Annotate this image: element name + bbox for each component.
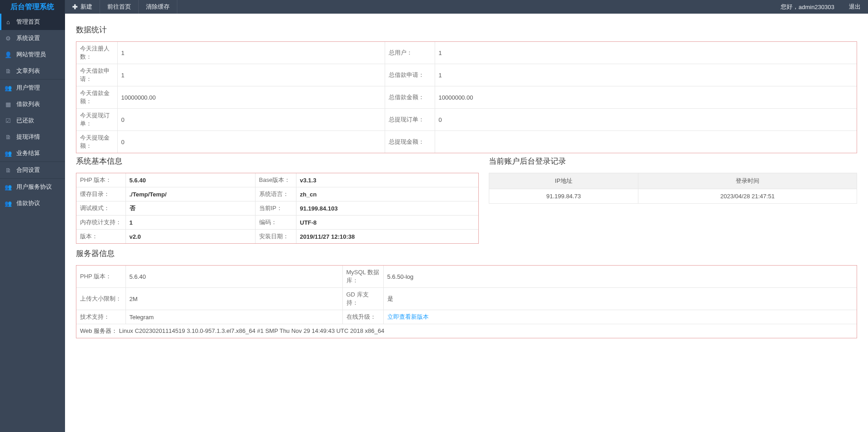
table-row: PHP 版本：5.6.40Base版本：v3.1.3 xyxy=(76,173,478,187)
value-cell: 是 xyxy=(383,288,857,310)
settle-icon: 👥 xyxy=(5,150,12,157)
system-info-title: 系统基本信息 xyxy=(76,156,479,166)
value-cell: 0 xyxy=(435,109,857,131)
login-log-table: IP地址登录时间91.199.84.732023/04/28 21:47:51 xyxy=(489,173,857,204)
table-row: 技术支持：Telegram在线升级：立即查看新版本 xyxy=(76,310,857,324)
label-cell: GD 库支持： xyxy=(342,288,383,310)
value-cell[interactable]: 立即查看新版本 xyxy=(383,310,857,324)
document-icon: 🗎 xyxy=(5,67,12,75)
label-cell: 今天借款申请： xyxy=(76,64,117,86)
sidebar-item-label: 合同设置 xyxy=(16,166,40,174)
label-cell: PHP 版本： xyxy=(76,266,125,288)
user-icon: 👤 xyxy=(5,51,12,58)
table-row: 今天借款金额：10000000.00总借款金额：10000000.00 xyxy=(76,86,857,109)
system-info-panel: PHP 版本：5.6.40Base版本：v3.1.3缓存目录：./Temp/Te… xyxy=(76,173,479,244)
calendar-icon: ☑ xyxy=(5,117,12,124)
value-cell: 1 xyxy=(435,42,857,64)
label-cell: 今天借款金额： xyxy=(76,86,117,109)
label-cell: 调试模式： xyxy=(76,201,125,216)
sidebar-item-users[interactable]: 👥用户管理 xyxy=(0,80,65,96)
label-cell: 编码： xyxy=(255,216,296,230)
sidebar-item-label: 网站管理员 xyxy=(16,50,46,59)
web-server-cell: Web 服务器： Linux C20230201114519 3.10.0-95… xyxy=(76,324,857,338)
sidebar-item-settle[interactable]: 👥业务结算 xyxy=(0,145,65,161)
value-cell: zh_cn xyxy=(296,187,478,201)
label-cell: Base版本： xyxy=(255,173,296,187)
label-cell: PHP 版本： xyxy=(76,173,125,187)
stats-table: 今天注册人数：1总用户：1今天借款申请：1总借款申请：1今天借款金额：10000… xyxy=(76,42,857,153)
sidebar-item-label: 管理首页 xyxy=(16,18,40,26)
table-row: 调试模式：否当前IP：91.199.84.103 xyxy=(76,201,478,216)
label-cell: 安装日期： xyxy=(255,230,296,244)
sidebar-item-withdraw[interactable]: 🗎提现详情 xyxy=(0,129,65,145)
table-row: PHP 版本：5.6.40MySQL 数据库：5.6.50-log xyxy=(76,266,857,288)
value-cell: UTF-8 xyxy=(296,216,478,230)
sidebar-item-label: 系统设置 xyxy=(16,34,40,42)
goto-home-button[interactable]: 前往首页 xyxy=(100,0,139,14)
username: admin230303 xyxy=(798,4,834,10)
value-cell: 5.6.50-log xyxy=(383,266,857,288)
label-cell: 今天提现金额： xyxy=(76,131,117,153)
sidebar-item-tos[interactable]: 👥用户服务协议 xyxy=(0,179,65,195)
label-cell: 在线升级： xyxy=(342,310,383,324)
main-content: 数据统计 今天注册人数：1总用户：1今天借款申请：1总借款申请：1今天借款金额：… xyxy=(65,14,868,357)
value-cell: v2.0 xyxy=(125,230,255,244)
sidebar-item-label: 已还款 xyxy=(16,116,34,125)
upgrade-link[interactable]: 立即查看新版本 xyxy=(387,313,429,320)
agreement-icon: 👥 xyxy=(5,183,12,191)
table-row: 今天提现订单：0总提现订单：0 xyxy=(76,109,857,131)
table-row: 今天注册人数：1总用户：1 xyxy=(76,42,857,64)
sidebar-item-label: 用户服务协议 xyxy=(16,183,52,191)
table-row: 缓存目录：./Temp/Temp/系统语言：zh_cn xyxy=(76,187,478,201)
value-cell: 2019/11/27 12:10:38 xyxy=(296,230,478,244)
label-cell: 系统语言： xyxy=(255,187,296,201)
label-cell: MySQL 数据库： xyxy=(342,266,383,288)
label-cell: 版本： xyxy=(76,230,125,244)
value-cell: 10000000.00 xyxy=(117,86,385,109)
login-log-time: 2023/04/28 21:47:51 xyxy=(638,189,857,204)
sidebar-item-admins[interactable]: 👤网站管理员 xyxy=(0,46,65,63)
users-icon: 👥 xyxy=(5,84,12,91)
logout-button[interactable]: 退出 xyxy=(842,0,868,14)
table-row: 91.199.84.732023/04/28 21:47:51 xyxy=(489,189,857,204)
label-cell: 今天注册人数： xyxy=(76,42,117,64)
user-greeting: 您好， admin230303 xyxy=(773,0,842,14)
server-info-title: 服务器信息 xyxy=(76,248,857,259)
sidebar-item-home[interactable]: ⌂管理首页 xyxy=(0,14,65,30)
label-cell: 总用户： xyxy=(385,42,435,64)
value-cell xyxy=(435,131,857,153)
value-cell: 1 xyxy=(125,216,255,230)
value-cell: 5.6.40 xyxy=(125,173,255,187)
sidebar: ⌂管理首页⚙系统设置👤网站管理员🗎文章列表👥用户管理▦借款列表☑已还款🗎提现详情… xyxy=(0,14,65,432)
sidebar-item-repaid[interactable]: ☑已还款 xyxy=(0,112,65,129)
value-cell: ./Temp/Temp/ xyxy=(125,187,255,201)
label-cell: 上传大小限制： xyxy=(76,288,125,310)
system-info-table: PHP 版本：5.6.40Base版本：v3.1.3缓存目录：./Temp/Te… xyxy=(76,173,478,243)
label-cell: 内存统计支持： xyxy=(76,216,125,230)
value-cell: 否 xyxy=(125,201,255,216)
sidebar-item-articles[interactable]: 🗎文章列表 xyxy=(0,63,65,79)
stats-panel: 今天注册人数：1总用户：1今天借款申请：1总借款申请：1今天借款金额：10000… xyxy=(76,41,857,153)
agreement-icon: 👥 xyxy=(5,200,12,207)
label-cell: 缓存目录： xyxy=(76,187,125,201)
grid-icon: ▦ xyxy=(5,100,12,108)
value-cell: 10000000.00 xyxy=(435,86,857,109)
value-cell: 1 xyxy=(117,64,385,86)
value-cell: 91.199.84.103 xyxy=(296,201,478,216)
clear-cache-button[interactable]: 清除缓存 xyxy=(139,0,177,14)
plus-icon: ✚ xyxy=(72,3,78,10)
goto-home-label: 前往首页 xyxy=(107,3,131,11)
sidebar-item-settings[interactable]: ⚙系统设置 xyxy=(0,30,65,46)
sidebar-item-loan-agree[interactable]: 👥借款协议 xyxy=(0,195,65,211)
table-row: Web 服务器： Linux C20230201114519 3.10.0-95… xyxy=(76,324,857,338)
sidebar-item-loans[interactable]: ▦借款列表 xyxy=(0,96,65,112)
sidebar-item-contract[interactable]: 🗎合同设置 xyxy=(0,162,65,178)
gear-icon: ⚙ xyxy=(5,35,12,42)
sidebar-item-label: 用户管理 xyxy=(16,84,40,92)
label-cell: 技术支持： xyxy=(76,310,125,324)
login-log-header-ip: IP地址 xyxy=(489,173,638,189)
sidebar-item-label: 提现详情 xyxy=(16,133,40,141)
new-button[interactable]: ✚ 新建 xyxy=(65,0,100,14)
label-cell: 总借款金额： xyxy=(385,86,435,109)
table-row: 今天借款申请：1总借款申请：1 xyxy=(76,64,857,86)
